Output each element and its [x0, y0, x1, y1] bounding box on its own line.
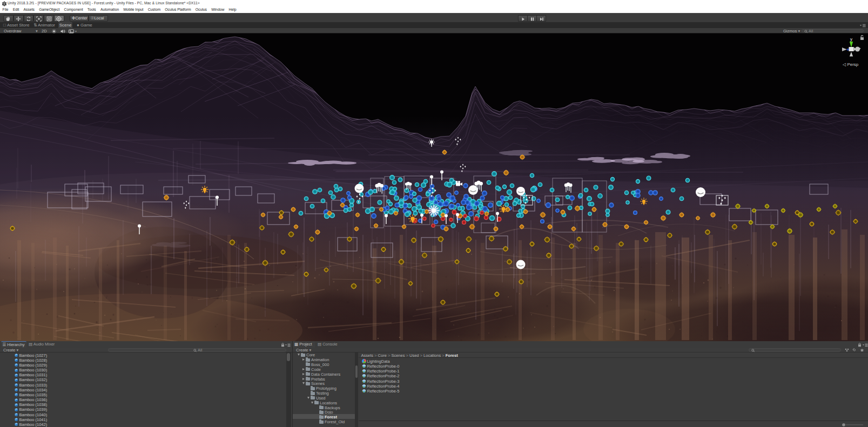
svg-text:y: y — [850, 37, 852, 42]
svg-text:◁ Persp: ◁ Persp — [842, 62, 859, 67]
